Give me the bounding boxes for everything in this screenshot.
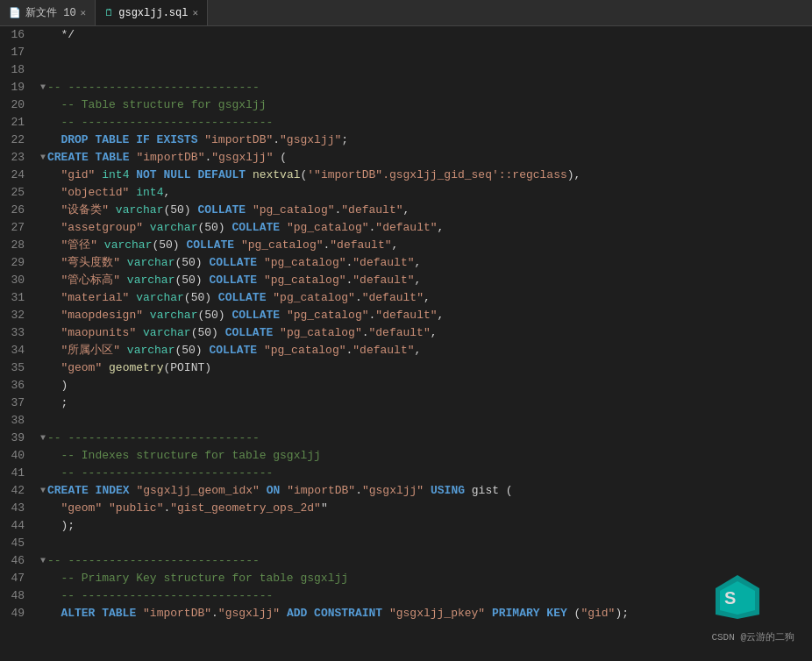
code-line-24: "gid" int4 NOT NULL DEFAULT nextval('"im…: [40, 167, 812, 184]
token: nextval: [253, 167, 301, 184]
token: (50): [163, 202, 197, 219]
token: "default": [375, 219, 437, 237]
token: "pg_catalog": [287, 307, 369, 324]
token: "gid": [40, 167, 95, 184]
token: -- ----------------------------: [40, 114, 273, 131]
token: ,: [431, 324, 438, 342]
token: [257, 254, 264, 272]
token: "pg_catalog": [264, 254, 346, 272]
token: "importDB": [204, 131, 273, 149]
token: ,: [163, 184, 170, 202]
code-line-30: "管心标高" varchar(50) COLLATE "pg_catalog".…: [40, 272, 812, 289]
token: [129, 289, 136, 307]
token: CREATE TABLE: [47, 149, 136, 167]
code-line-35: "geom" geometry(POINT): [40, 359, 812, 377]
token: COLLATE: [218, 289, 267, 307]
token: );: [40, 517, 75, 535]
fold-arrow-19[interactable]: ▼: [40, 79, 46, 96]
line-number-33: 33: [0, 324, 30, 342]
token: .: [163, 500, 170, 517]
line-number-40: 40: [0, 447, 30, 465]
token: [102, 359, 109, 377]
code-line-32: "maopdesign" varchar(50) COLLATE "pg_cat…: [40, 307, 812, 324]
token: varchar: [150, 219, 198, 237]
fold-arrow-23[interactable]: ▼: [40, 149, 46, 167]
token: (50): [152, 237, 186, 254]
token: "所属小区": [40, 342, 120, 359]
code-line-26: "设备类" varchar(50) COLLATE "pg_catalog"."…: [40, 202, 812, 219]
line-number-28: 28: [0, 237, 30, 254]
token: [260, 482, 267, 500]
token: (50): [175, 254, 209, 272]
token: [136, 324, 143, 342]
token: "pg_catalog": [273, 289, 355, 307]
token: ;: [40, 394, 68, 412]
line-number-19: 19: [0, 79, 30, 96]
fold-arrow-42[interactable]: ▼: [40, 482, 46, 500]
tab-sql-file-close[interactable]: ✕: [192, 7, 198, 18]
token: [257, 342, 264, 359]
token: -- Primary Key structure for table gsgxl…: [40, 570, 348, 587]
fold-arrow-46[interactable]: ▼: [40, 552, 46, 570]
token: COLLATE: [197, 202, 246, 219]
code-line-17: [40, 44, 812, 61]
token: (POINT): [163, 359, 211, 377]
token: "pg_catalog": [241, 237, 324, 254]
token: [129, 184, 136, 202]
line-number-42: 42: [0, 482, 30, 500]
watermark: S CSDN @云游的二狗: [711, 571, 794, 643]
fold-arrow-39[interactable]: ▼: [40, 430, 46, 447]
line-number-27: 27: [0, 219, 30, 237]
token: [246, 202, 253, 219]
line-number-22: 22: [0, 131, 30, 149]
code-line-28: "管径" varchar(50) COLLATE "pg_catalog"."d…: [40, 237, 812, 254]
token: "objectid": [40, 184, 129, 202]
token: COLLATE: [209, 272, 257, 289]
token: [424, 482, 431, 500]
tab-new-file[interactable]: 📄 新文件 10 ✕: [0, 0, 96, 25]
token: "default": [375, 307, 437, 324]
token: varchar: [127, 272, 175, 289]
code-line-27: "assetgroup" varchar(50) COLLATE "pg_cat…: [40, 219, 812, 237]
token: "default": [362, 289, 424, 307]
token: varchar: [116, 202, 164, 219]
tab-sql-file[interactable]: 🗒 gsgxljj.sql ✕: [96, 0, 208, 25]
token: .: [369, 307, 376, 324]
token: [257, 272, 264, 289]
token: NOT NULL DEFAULT: [136, 167, 253, 184]
code-line-44: );: [40, 517, 812, 535]
code-content: */▼-- ---------------------------- -- Ta…: [37, 26, 812, 661]
token: .: [346, 272, 353, 289]
token: "gid": [581, 605, 615, 622]
token: "material": [40, 289, 129, 307]
token: [266, 289, 273, 307]
token: [95, 167, 102, 184]
token: COLLATE: [186, 237, 234, 254]
line-number-29: 29: [0, 254, 30, 272]
line-number-39: 39: [0, 430, 30, 447]
token: varchar: [136, 289, 184, 307]
line-number-25: 25: [0, 184, 30, 202]
token: .: [335, 202, 342, 219]
token: [102, 500, 109, 517]
token: ,: [415, 254, 422, 272]
token: .: [369, 219, 376, 237]
token: ;: [341, 131, 348, 149]
code-line-21: -- ----------------------------: [40, 114, 812, 131]
token: (50): [175, 272, 209, 289]
code-line-38: [40, 412, 812, 430]
line-number-20: 20: [0, 96, 30, 114]
token: .: [273, 131, 280, 149]
token: (50): [197, 219, 231, 237]
token: "pg_catalog": [264, 272, 346, 289]
tab-new-file-close[interactable]: ✕: [81, 7, 87, 18]
token: DROP TABLE IF EXISTS: [40, 131, 204, 149]
token: varchar: [150, 307, 198, 324]
token: COLLATE: [209, 342, 257, 359]
token: -- ----------------------------: [47, 79, 260, 96]
token: "gsgxljj_geom_idx": [136, 482, 259, 500]
token: [130, 482, 137, 500]
editor: 1617181920212223242526272829303132333435…: [0, 26, 812, 661]
token: .: [204, 149, 211, 167]
token: "gsgxljj": [362, 482, 424, 500]
